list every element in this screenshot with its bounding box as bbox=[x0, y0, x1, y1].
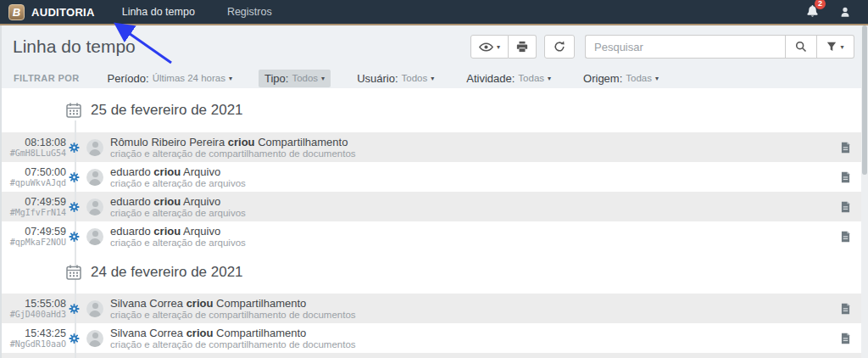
entry-title: Silvana Correa criou Compartilhamento bbox=[110, 297, 356, 310]
entry-title: eduardo criou Arquivo bbox=[110, 225, 246, 238]
gear-icon[interactable] bbox=[69, 303, 80, 314]
entry-time-block: 15:43:25 #NgGdR10aaO bbox=[0, 327, 66, 350]
search-icon bbox=[795, 41, 807, 53]
entry-time-block: 07:50:00 #qpuWkvAJqd bbox=[0, 166, 66, 188]
page-header: Linha do tempo ▾ bbox=[0, 25, 868, 68]
date-header: 25 de fevereiro de 2021 bbox=[0, 88, 868, 132]
entry-title: Rômulo Ribeiro Pereira criou Compartilha… bbox=[110, 136, 356, 148]
filter-bar: FILTRAR POR Período: Últimas 24 horas ▾ … bbox=[0, 68, 868, 88]
visibility-dropdown-button[interactable]: ▾ bbox=[470, 35, 509, 59]
search-input[interactable] bbox=[585, 35, 785, 59]
avatar bbox=[86, 228, 103, 245]
filter-name: Atividade: bbox=[466, 72, 515, 85]
entry-user: eduardo bbox=[110, 195, 151, 208]
print-button[interactable] bbox=[509, 35, 537, 59]
avatar bbox=[86, 300, 103, 317]
document-icon[interactable] bbox=[841, 333, 850, 344]
date-label: 25 de fevereiro de 2021 bbox=[91, 102, 243, 119]
entry-object: Arquivo bbox=[183, 225, 220, 238]
nav-item-registros[interactable]: Registros bbox=[227, 6, 272, 18]
entry-time-block: 07:49:59 #qpMkaF2NOU bbox=[0, 226, 66, 248]
avatar bbox=[86, 330, 103, 347]
entry-description: criação e alteração de compartilhamento … bbox=[110, 310, 356, 321]
document-icon[interactable] bbox=[841, 303, 850, 314]
gear-icon[interactable] bbox=[69, 201, 80, 212]
filter-value: Todos bbox=[292, 73, 318, 83]
date-label: 24 de fevereiro de 2021 bbox=[91, 264, 243, 281]
entry-action: criou bbox=[186, 297, 214, 310]
entry-hash: #MgIfvFrN14 bbox=[0, 208, 66, 218]
timeline-content: 25 de fevereiro de 2021 08:18:08 #GmH8LL… bbox=[0, 88, 868, 358]
entry-object: Compartilhamento bbox=[216, 297, 306, 310]
gear-icon[interactable] bbox=[69, 231, 80, 242]
entry-hash: #qpuWkvAJqd bbox=[0, 178, 66, 188]
toolbar: ▾ ▾ bbox=[470, 35, 854, 59]
filter-name: Tipo: bbox=[264, 72, 288, 85]
filter-name: Período: bbox=[108, 72, 149, 85]
entry-object: Arquivo bbox=[183, 165, 220, 178]
entry-description: criação e alteração de compartilhamento … bbox=[110, 339, 356, 350]
entry-action: criou bbox=[153, 225, 181, 238]
entry-description: criação e alteração de arquivos bbox=[110, 178, 246, 189]
document-icon[interactable] bbox=[841, 142, 850, 153]
document-icon[interactable] bbox=[841, 201, 850, 212]
user-icon bbox=[839, 7, 851, 21]
app-logo[interactable]: B bbox=[8, 4, 25, 20]
timeline-entry[interactable]: 15:55:08 #GjD400aHd3 Silvana Correa crio… bbox=[0, 294, 868, 323]
gear-icon[interactable] bbox=[69, 171, 80, 182]
entry-time: 15:55:08 bbox=[0, 298, 66, 310]
search-group: ▾ bbox=[585, 35, 854, 59]
entry-time: 08:18:08 bbox=[0, 137, 66, 148]
scrollbar-thumb[interactable] bbox=[862, 25, 867, 175]
entry-object: Compartilhamento bbox=[258, 136, 348, 148]
timeline-group: 24 de fevereiro de 2021 15:55:08 #GjD400… bbox=[0, 251, 868, 353]
gear-icon[interactable] bbox=[69, 333, 80, 344]
timeline-entry[interactable]: 07:49:59 #MgIfvFrN14 eduardo criou Arqui… bbox=[0, 192, 868, 221]
timeline-entry[interactable]: 07:49:59 #qpMkaF2NOU eduardo criou Arqui… bbox=[0, 221, 868, 251]
gear-icon[interactable] bbox=[69, 142, 80, 153]
entry-action: criou bbox=[153, 165, 181, 178]
filter-tipo[interactable]: Tipo: Todos ▾ bbox=[259, 70, 331, 87]
filter-origem[interactable]: Origem: Todas ▾ bbox=[577, 70, 665, 87]
advanced-filter-button[interactable]: ▾ bbox=[817, 35, 854, 59]
avatar bbox=[86, 169, 103, 186]
entry-user: Rômulo Ribeiro Pereira bbox=[110, 136, 225, 148]
funnel-icon bbox=[826, 42, 837, 52]
entry-time: 07:50:00 bbox=[0, 166, 66, 178]
timeline-entry[interactable]: 15:43:25 #NgGdR10aaO Silvana Correa crio… bbox=[0, 323, 868, 353]
entry-action: criou bbox=[228, 136, 255, 148]
timeline-entry-partial bbox=[0, 353, 868, 358]
entry-time-block: 08:18:08 #GmH8LLuG54 bbox=[0, 137, 66, 159]
filter-periodo[interactable]: Período: Últimas 24 horas ▾ bbox=[102, 70, 238, 87]
filter-atividade[interactable]: Atividade: Todas ▾ bbox=[460, 70, 557, 87]
entry-description: criação e alteração de arquivos bbox=[110, 238, 246, 249]
refresh-button[interactable] bbox=[544, 35, 575, 59]
timeline-entry[interactable]: 07:50:00 #qpuWkvAJqd eduardo criou Arqui… bbox=[0, 162, 868, 192]
document-icon[interactable] bbox=[841, 171, 850, 182]
document-icon[interactable] bbox=[841, 231, 850, 242]
filter-usuario[interactable]: Usuário: Todos ▾ bbox=[351, 70, 440, 87]
search-button[interactable] bbox=[785, 35, 817, 59]
entry-user: eduardo bbox=[110, 165, 151, 178]
chevron-down-icon: ▾ bbox=[321, 75, 325, 82]
entry-title: Silvana Correa criou Compartilhamento bbox=[110, 327, 356, 339]
chevron-down-icon: ▾ bbox=[840, 43, 843, 51]
entry-time: 15:43:25 bbox=[0, 327, 66, 339]
entry-object: Arquivo bbox=[183, 195, 220, 208]
entry-user: Silvana Correa bbox=[110, 297, 183, 310]
entry-hash: #qpMkaF2NOU bbox=[0, 238, 66, 248]
chevron-down-icon: ▾ bbox=[229, 75, 232, 82]
nav-item-linha-do-tempo[interactable]: Linha do tempo bbox=[122, 6, 195, 18]
calendar-icon bbox=[66, 103, 81, 118]
entry-action: criou bbox=[186, 327, 214, 339]
filter-name: Origem: bbox=[583, 72, 622, 85]
filter-value: Todas bbox=[626, 73, 652, 83]
entry-time: 07:49:59 bbox=[0, 196, 66, 208]
calendar-icon bbox=[66, 265, 81, 280]
user-menu-button[interactable] bbox=[839, 6, 851, 19]
notifications-button[interactable]: 2 bbox=[806, 4, 819, 20]
timeline-group: 25 de fevereiro de 2021 08:18:08 #GmH8LL… bbox=[0, 88, 868, 251]
entry-hash: #GmH8LLuG54 bbox=[0, 148, 66, 159]
timeline-entry[interactable]: 08:18:08 #GmH8LLuG54 Rômulo Ribeiro Pere… bbox=[0, 132, 868, 162]
scrollbar[interactable] bbox=[861, 25, 868, 358]
